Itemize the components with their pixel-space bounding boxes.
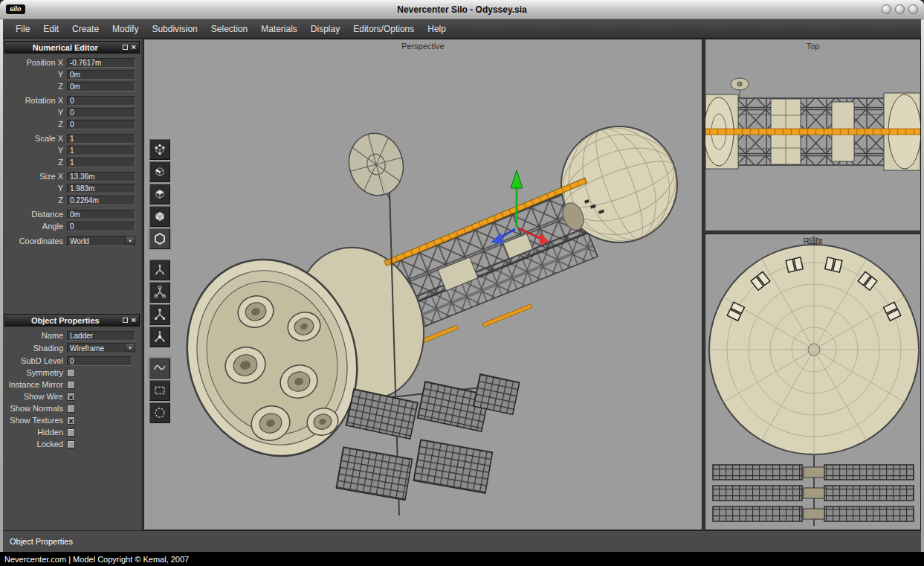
soft-select-button[interactable] [149,402,170,423]
field-label: Y [3,146,67,155]
rotate-tool-button[interactable] [149,282,170,303]
chevron-down-icon[interactable]: ▼ [125,237,135,245]
menu-item-display[interactable]: Display [304,22,346,36]
perspective-scene [144,39,702,530]
titlebar[interactable]: silo Nevercenter Silo - Odyssey.sia [0,0,924,19]
numerical-editor-header: Numerical Editor × [4,41,140,54]
field-label: Z [3,196,67,205]
top-view-model[interactable] [705,78,920,170]
field-label: Z [3,82,67,91]
menu-item-subdivision[interactable]: Subdivision [145,22,204,36]
viewport-label: Right [705,237,920,245]
checkbox-label: Symmetry [3,368,67,377]
perspective-viewport[interactable]: Perspective [143,39,702,530]
menu-item-edit[interactable]: Edit [36,22,65,36]
checkbox-label: Show Wire [3,392,67,401]
coordinates-dropdown[interactable]: World ▼ [67,236,135,246]
locked-checkbox[interactable] [67,440,75,448]
multi-mode-icon [152,231,167,246]
rotation-y-input[interactable] [67,108,135,118]
close-button[interactable] [908,4,918,14]
show-normals-checkbox[interactable] [67,405,75,413]
instance-mirror-checkbox[interactable] [67,381,75,389]
menu-item-create[interactable]: Create [65,22,106,36]
checkbox-label: Show Normals [3,404,67,413]
show-wire-checkbox[interactable]: × [67,393,75,401]
scale-x-input[interactable] [67,134,135,144]
scale-y-input[interactable] [67,146,135,155]
shading-label: Shading [3,344,67,353]
field-label: Rotation X [3,96,67,105]
minimize-button[interactable] [882,4,891,14]
rotation-z-input[interactable] [67,120,135,129]
multi-mode-button[interactable] [149,228,170,249]
right-viewport-column: Top [705,39,921,530]
footer-bar: Nevercenter.com | Model Copyright © Kema… [0,552,924,566]
app-icon: silo [6,4,25,14]
menu-item-modify[interactable]: Modify [106,22,145,36]
menu-item-editors-options[interactable]: Editors/Options [346,22,421,36]
scale-tool-button[interactable] [149,304,170,325]
field-label: Y [3,108,67,117]
field-label: Distance [3,210,67,219]
maximize-button[interactable] [895,4,905,14]
rotation-x-input[interactable] [67,96,135,106]
panel-collapse-icon[interactable] [123,45,128,50]
field-label: Z [3,158,67,167]
object-mode-button[interactable] [149,206,170,227]
move-tool-button[interactable] [149,260,170,280]
statusbar: Object Properties [3,530,921,552]
name-label: Name [3,331,67,340]
vertex-mode-button[interactable] [149,139,170,160]
position-y-input[interactable] [67,70,135,80]
name-input[interactable] [67,331,135,341]
menu-item-file[interactable]: File [9,22,36,36]
show-textures-checkbox[interactable]: × [67,417,75,425]
face-mode-button[interactable] [149,184,170,205]
vertex-mode-icon [152,142,167,157]
panel-collapse-icon[interactable] [123,318,128,323]
checkbox-label: Instance Mirror [3,380,67,389]
symmetry-checkbox[interactable] [67,369,75,377]
menu-item-help[interactable]: Help [421,22,453,36]
position-x-input[interactable] [67,58,135,68]
field-label: Angle [3,222,67,231]
curve-tool-button[interactable] [149,358,170,379]
distance-input[interactable] [67,210,135,219]
top-viewport[interactable]: Top [705,39,921,231]
chevron-down-icon[interactable]: ▼ [125,344,135,353]
panel-close-icon[interactable]: × [132,316,136,324]
panel-title: Object Properties [8,316,123,325]
menu-item-selection[interactable]: Selection [204,22,254,36]
app-frame: File Edit Create Modify Subdivision Sele… [3,19,921,552]
field-label: Y [3,184,67,193]
panel-close-icon[interactable]: × [132,43,136,51]
size-x-input[interactable] [67,172,135,181]
field-label: Position X [3,58,67,67]
curve-tool-icon [152,361,167,376]
checkbox-label: Locked [3,440,67,448]
menu-item-materials[interactable]: Materials [254,22,304,36]
coordinates-label: Coordinates [3,237,67,245]
size-y-input[interactable] [67,184,135,193]
rotate-tool-icon [152,285,167,300]
marquee-select-button[interactable] [149,380,170,401]
shading-dropdown[interactable]: Wireframe ▼ [67,343,135,353]
checkbox-label: Hidden [3,428,67,437]
right-view-model[interactable] [709,236,919,526]
solar-panels[interactable] [336,374,520,500]
hidden-checkbox[interactable] [67,428,75,437]
subd-level-input[interactable] [67,356,132,366]
scale-z-input[interactable] [67,158,135,167]
right-viewport[interactable]: Right [705,234,921,530]
window-title: Nevercenter Silo - Odyssey.sia [0,4,924,15]
field-label: Size X [3,172,67,181]
edge-mode-button[interactable] [149,161,170,182]
viewport-toolbar [149,139,170,423]
position-z-input[interactable] [67,82,135,91]
universal-tool-button[interactable] [149,327,170,347]
angle-input[interactable] [67,222,135,231]
footer-text: Nevercenter.com | Model Copyright © Kema… [4,555,189,564]
size-z-input[interactable] [67,196,135,205]
field-label: Y [3,70,67,79]
